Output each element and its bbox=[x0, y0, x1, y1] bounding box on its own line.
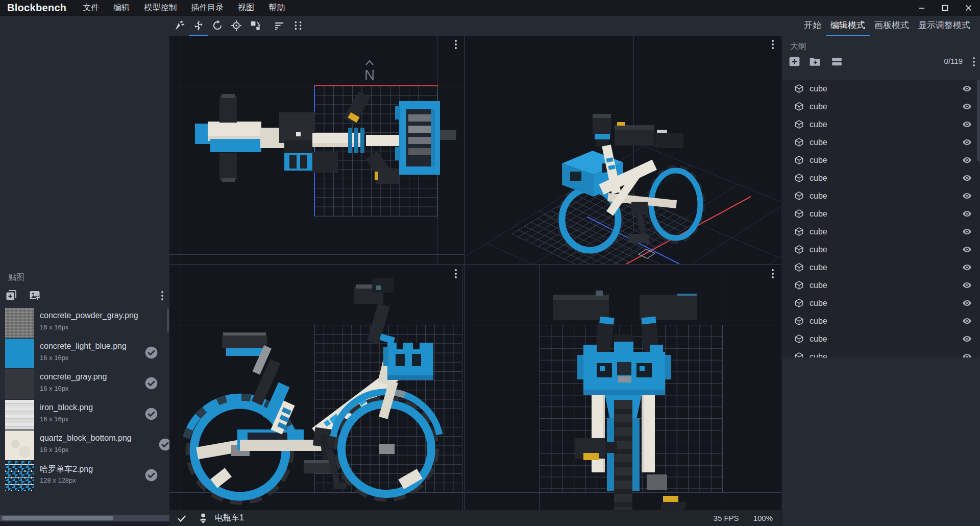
visibility-eye-icon[interactable] bbox=[962, 173, 972, 185]
cube-icon bbox=[794, 298, 804, 308]
north-compass-icon: N bbox=[362, 59, 377, 82]
zoom-level[interactable]: 100% bbox=[753, 514, 773, 522]
outliner-row[interactable]: cube bbox=[782, 348, 980, 357]
menu-item-0[interactable]: 文件 bbox=[76, 0, 106, 15]
rotate-tool-button[interactable] bbox=[208, 16, 227, 36]
cube-icon bbox=[794, 137, 804, 147]
menu-item-2[interactable]: 模型控制 bbox=[137, 0, 184, 15]
mode-tab-0[interactable]: 开始 bbox=[799, 16, 826, 36]
visibility-eye-icon[interactable] bbox=[962, 245, 972, 256]
visibility-eye-icon[interactable] bbox=[962, 102, 972, 113]
cube-icon bbox=[794, 280, 804, 290]
visibility-eye-icon[interactable] bbox=[962, 209, 972, 221]
visibility-eye-icon[interactable] bbox=[962, 227, 972, 238]
project-name[interactable]: 电瓶车1 bbox=[215, 513, 244, 523]
outliner-row[interactable]: cube bbox=[782, 276, 980, 294]
outliner-menu-icon[interactable] bbox=[973, 57, 975, 66]
mode-tab-2[interactable]: 画板模式 bbox=[870, 16, 914, 36]
outliner-scrollbar[interactable] bbox=[977, 80, 979, 161]
textures-menu-icon[interactable] bbox=[161, 291, 163, 300]
import-texture-button[interactable] bbox=[29, 289, 41, 303]
visibility-eye-icon[interactable] bbox=[962, 352, 972, 357]
outliner-row[interactable]: cube bbox=[782, 133, 980, 151]
viewport-front-view[interactable] bbox=[465, 265, 781, 510]
model-front-view bbox=[536, 291, 710, 510]
visibility-eye-icon[interactable] bbox=[962, 137, 972, 149]
outliner-row[interactable]: cube bbox=[782, 187, 980, 205]
visibility-eye-icon[interactable] bbox=[962, 280, 972, 292]
texture-enabled-check-icon[interactable] bbox=[144, 376, 158, 390]
outliner-row[interactable]: cube bbox=[782, 312, 980, 330]
sort-tool-button[interactable] bbox=[270, 16, 288, 36]
outliner-row[interactable]: cube bbox=[782, 294, 980, 312]
texture-enabled-check-icon[interactable] bbox=[144, 346, 158, 360]
texture-list-scrollbar[interactable] bbox=[167, 308, 169, 332]
maximize-button[interactable] bbox=[933, 0, 957, 15]
outliner-row[interactable]: cube bbox=[782, 115, 980, 133]
add-cube-button[interactable] bbox=[788, 55, 801, 70]
visibility-eye-icon[interactable] bbox=[962, 155, 972, 167]
svg-text:N: N bbox=[364, 67, 375, 82]
sort-icon bbox=[274, 20, 285, 31]
add-group-button[interactable] bbox=[808, 55, 821, 70]
texture-list: concrete_powder_gray.png 16 x 16px concr… bbox=[0, 307, 169, 491]
left-panel: 贴图 concrete_powde bbox=[0, 36, 169, 522]
viewport-perspective[interactable] bbox=[465, 36, 781, 264]
outliner-row[interactable]: cube bbox=[782, 330, 980, 348]
model-side-view bbox=[182, 275, 458, 505]
outliner-row[interactable]: cube bbox=[782, 169, 980, 187]
visibility-eye-icon[interactable] bbox=[962, 84, 972, 95]
close-button[interactable] bbox=[957, 0, 980, 15]
outliner-row[interactable]: cube bbox=[782, 223, 980, 241]
create-texture-button[interactable] bbox=[5, 289, 17, 303]
viewport-menu-icon[interactable] bbox=[772, 40, 774, 49]
texture-row[interactable]: quartz_block_bottom.png 16 x 16px bbox=[0, 430, 169, 461]
viewport-top-view[interactable]: N bbox=[169, 36, 464, 264]
viewport-side-view[interactable] bbox=[169, 265, 464, 510]
viewport-menu-icon[interactable] bbox=[455, 40, 457, 49]
viewport-menu-icon[interactable] bbox=[455, 269, 457, 278]
outliner-row[interactable]: cube bbox=[782, 80, 980, 98]
texture-enabled-check-icon[interactable] bbox=[144, 468, 158, 482]
x-axis-line bbox=[314, 85, 438, 86]
minimize-button[interactable] bbox=[910, 0, 933, 15]
visibility-eye-icon[interactable] bbox=[962, 298, 972, 310]
menu-item-1[interactable]: 编辑 bbox=[106, 0, 137, 15]
texture-row[interactable]: concrete_light_blue.png 16 x 16px bbox=[0, 338, 169, 369]
visibility-eye-icon[interactable] bbox=[962, 119, 972, 131]
outliner-row[interactable]: cube bbox=[782, 205, 980, 223]
pivot-tool-button[interactable] bbox=[227, 16, 246, 36]
left-panel-hscrollbar[interactable] bbox=[0, 515, 169, 521]
visibility-eye-icon[interactable] bbox=[962, 191, 972, 203]
left-panel-hscrollbar-thumb[interactable] bbox=[2, 516, 113, 520]
outliner-row[interactable]: cube bbox=[782, 241, 980, 258]
toggle-lists-icon[interactable] bbox=[830, 55, 843, 70]
visibility-eye-icon[interactable] bbox=[962, 334, 972, 346]
outliner-row[interactable]: cube bbox=[782, 151, 980, 169]
texture-row[interactable]: 哈罗单车2.png 128 x 128px bbox=[0, 461, 169, 491]
select-tool-button[interactable] bbox=[170, 16, 189, 36]
mode-tab-1[interactable]: 编辑模式 bbox=[826, 16, 870, 36]
texture-enabled-check-icon[interactable] bbox=[144, 407, 158, 421]
texture-row[interactable]: concrete_powder_gray.png 16 x 16px bbox=[0, 307, 169, 338]
texture-row[interactable]: concrete_gray.png 16 x 16px bbox=[0, 369, 169, 399]
mode-tab-3[interactable]: 显示调整模式 bbox=[914, 16, 975, 36]
transform-tool-button[interactable] bbox=[246, 16, 264, 36]
texture-name: 哈罗单车2.png bbox=[40, 464, 93, 475]
cube-icon bbox=[794, 334, 804, 344]
menu-item-3[interactable]: 插件目录 bbox=[184, 0, 231, 15]
menu-item-4[interactable]: 视图 bbox=[231, 0, 261, 15]
outliner-row[interactable]: cube bbox=[782, 258, 980, 276]
menu-item-5[interactable]: 帮助 bbox=[261, 0, 292, 15]
outliner-row[interactable]: cube bbox=[782, 98, 980, 115]
visibility-eye-icon[interactable] bbox=[962, 316, 972, 328]
toolbar-grip-button[interactable] bbox=[288, 16, 307, 36]
texture-row[interactable]: iron_block.png 16 x 16px bbox=[0, 399, 169, 430]
viewport-menu-icon[interactable] bbox=[772, 269, 774, 278]
status-bar: 电瓶车1 35 FPS 100% bbox=[169, 510, 781, 526]
visibility-eye-icon[interactable] bbox=[962, 262, 972, 274]
textures-panel-title: 贴图 bbox=[0, 270, 169, 287]
fps-counter: 35 FPS bbox=[714, 514, 739, 522]
texture-name: iron_block.png bbox=[40, 403, 93, 412]
move-tool-button[interactable] bbox=[189, 16, 208, 36]
